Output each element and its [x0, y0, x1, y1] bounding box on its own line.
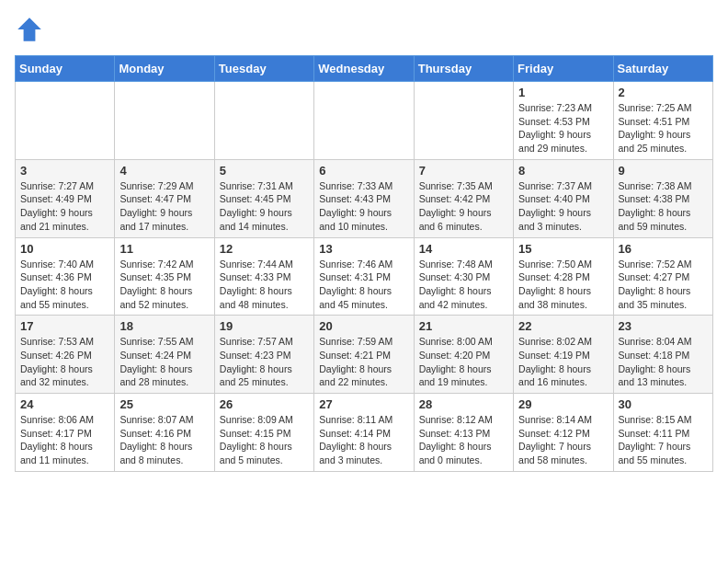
day-info: Sunrise: 8:09 AM Sunset: 4:15 PM Dayligh…	[220, 413, 309, 467]
day-info: Sunrise: 7:53 AM Sunset: 4:26 PM Dayligh…	[20, 335, 109, 389]
day-number: 16	[619, 242, 708, 256]
calendar-cell: 3Sunrise: 7:27 AM Sunset: 4:49 PM Daylig…	[16, 159, 115, 237]
calendar-cell: 12Sunrise: 7:44 AM Sunset: 4:33 PM Dayli…	[214, 237, 313, 316]
calendar-cell: 14Sunrise: 7:48 AM Sunset: 4:30 PM Dayli…	[414, 237, 513, 316]
day-number: 13	[319, 242, 408, 256]
day-number: 23	[619, 319, 708, 333]
day-info: Sunrise: 8:00 AM Sunset: 4:20 PM Dayligh…	[419, 335, 508, 389]
calendar-cell: 26Sunrise: 8:09 AM Sunset: 4:15 PM Dayli…	[214, 394, 313, 472]
calendar-cell: 24Sunrise: 8:06 AM Sunset: 4:17 PM Dayli…	[16, 394, 115, 472]
calendar-cell: 30Sunrise: 8:15 AM Sunset: 4:11 PM Dayli…	[613, 394, 712, 472]
calendar-cell: 20Sunrise: 7:59 AM Sunset: 4:21 PM Dayli…	[314, 316, 414, 394]
calendar-cell: 5Sunrise: 7:31 AM Sunset: 4:45 PM Daylig…	[214, 159, 313, 237]
day-number: 2	[619, 86, 708, 99]
day-info: Sunrise: 7:40 AM Sunset: 4:36 PM Dayligh…	[20, 258, 109, 312]
calendar-cell: 6Sunrise: 7:33 AM Sunset: 4:43 PM Daylig…	[314, 159, 414, 237]
header	[15, 15, 713, 44]
calendar-cell: 15Sunrise: 7:50 AM Sunset: 4:28 PM Dayli…	[514, 237, 613, 316]
day-info: Sunrise: 8:12 AM Sunset: 4:13 PM Dayligh…	[419, 413, 508, 467]
day-info: Sunrise: 8:06 AM Sunset: 4:17 PM Dayligh…	[20, 413, 109, 467]
calendar-cell: 1Sunrise: 7:23 AM Sunset: 4:53 PM Daylig…	[514, 82, 613, 160]
day-number: 6	[319, 164, 408, 178]
calendar-cell	[214, 82, 313, 160]
logo	[15, 15, 48, 44]
day-info: Sunrise: 7:42 AM Sunset: 4:35 PM Dayligh…	[119, 258, 209, 312]
day-number: 19	[220, 319, 309, 333]
day-number: 9	[619, 164, 708, 178]
calendar-cell: 28Sunrise: 8:12 AM Sunset: 4:13 PM Dayli…	[414, 394, 513, 472]
day-header-tuesday: Tuesday	[214, 56, 313, 82]
day-number: 18	[119, 319, 209, 333]
day-number: 20	[319, 319, 408, 333]
calendar-header-row: SundayMondayTuesdayWednesdayThursdayFrid…	[16, 56, 713, 82]
day-number: 10	[20, 242, 109, 256]
day-number: 15	[518, 242, 608, 256]
day-number: 8	[518, 164, 608, 178]
day-info: Sunrise: 7:59 AM Sunset: 4:21 PM Dayligh…	[319, 335, 408, 389]
day-header-sunday: Sunday	[16, 56, 115, 82]
calendar-cell	[414, 82, 513, 160]
day-info: Sunrise: 7:35 AM Sunset: 4:42 PM Dayligh…	[419, 179, 508, 234]
day-info: Sunrise: 8:04 AM Sunset: 4:18 PM Dayligh…	[619, 335, 708, 389]
calendar-cell: 18Sunrise: 7:55 AM Sunset: 4:24 PM Dayli…	[115, 316, 214, 394]
calendar-cell: 21Sunrise: 8:00 AM Sunset: 4:20 PM Dayli…	[414, 316, 513, 394]
calendar-cell: 4Sunrise: 7:29 AM Sunset: 4:47 PM Daylig…	[115, 159, 214, 237]
day-info: Sunrise: 7:29 AM Sunset: 4:47 PM Dayligh…	[119, 179, 209, 234]
day-number: 12	[220, 242, 309, 256]
day-info: Sunrise: 7:33 AM Sunset: 4:43 PM Dayligh…	[319, 179, 408, 234]
calendar-cell: 29Sunrise: 8:14 AM Sunset: 4:12 PM Dayli…	[514, 394, 613, 472]
day-number: 4	[119, 164, 209, 178]
day-info: Sunrise: 8:15 AM Sunset: 4:11 PM Dayligh…	[619, 413, 708, 467]
day-info: Sunrise: 7:25 AM Sunset: 4:51 PM Dayligh…	[619, 101, 708, 155]
day-info: Sunrise: 7:48 AM Sunset: 4:30 PM Dayligh…	[419, 258, 508, 312]
calendar-cell	[115, 82, 214, 160]
day-number: 26	[220, 397, 309, 411]
day-number: 21	[419, 319, 508, 333]
day-header-saturday: Saturday	[613, 56, 712, 82]
day-number: 7	[419, 164, 508, 178]
day-info: Sunrise: 7:37 AM Sunset: 4:40 PM Dayligh…	[518, 179, 608, 234]
calendar-cell: 17Sunrise: 7:53 AM Sunset: 4:26 PM Dayli…	[16, 316, 115, 394]
calendar-week-row: 24Sunrise: 8:06 AM Sunset: 4:17 PM Dayli…	[16, 394, 713, 472]
calendar: SundayMondayTuesdayWednesdayThursdayFrid…	[15, 55, 713, 472]
day-info: Sunrise: 7:38 AM Sunset: 4:38 PM Dayligh…	[619, 179, 708, 234]
day-number: 14	[419, 242, 508, 256]
day-number: 17	[20, 319, 109, 333]
calendar-cell: 11Sunrise: 7:42 AM Sunset: 4:35 PM Dayli…	[115, 237, 214, 316]
calendar-cell: 16Sunrise: 7:52 AM Sunset: 4:27 PM Dayli…	[613, 237, 712, 316]
day-info: Sunrise: 7:44 AM Sunset: 4:33 PM Dayligh…	[220, 258, 309, 312]
day-info: Sunrise: 7:57 AM Sunset: 4:23 PM Dayligh…	[220, 335, 309, 389]
day-info: Sunrise: 7:46 AM Sunset: 4:31 PM Dayligh…	[319, 258, 408, 312]
calendar-week-row: 10Sunrise: 7:40 AM Sunset: 4:36 PM Dayli…	[16, 237, 713, 316]
calendar-week-row: 1Sunrise: 7:23 AM Sunset: 4:53 PM Daylig…	[16, 82, 713, 160]
day-info: Sunrise: 7:31 AM Sunset: 4:45 PM Dayligh…	[220, 179, 309, 234]
svg-marker-0	[17, 17, 41, 41]
day-number: 11	[119, 242, 209, 256]
day-number: 1	[518, 86, 608, 99]
day-header-friday: Friday	[514, 56, 613, 82]
day-info: Sunrise: 8:02 AM Sunset: 4:19 PM Dayligh…	[518, 335, 608, 389]
calendar-cell: 10Sunrise: 7:40 AM Sunset: 4:36 PM Dayli…	[16, 237, 115, 316]
calendar-week-row: 17Sunrise: 7:53 AM Sunset: 4:26 PM Dayli…	[16, 316, 713, 394]
day-header-wednesday: Wednesday	[314, 56, 414, 82]
day-number: 5	[220, 164, 309, 178]
calendar-cell: 13Sunrise: 7:46 AM Sunset: 4:31 PM Dayli…	[314, 237, 414, 316]
day-info: Sunrise: 8:14 AM Sunset: 4:12 PM Dayligh…	[518, 413, 608, 467]
day-number: 22	[518, 319, 608, 333]
day-info: Sunrise: 7:50 AM Sunset: 4:28 PM Dayligh…	[518, 258, 608, 312]
day-number: 25	[119, 397, 209, 411]
calendar-cell: 7Sunrise: 7:35 AM Sunset: 4:42 PM Daylig…	[414, 159, 513, 237]
calendar-cell: 23Sunrise: 8:04 AM Sunset: 4:18 PM Dayli…	[613, 316, 712, 394]
day-number: 24	[20, 397, 109, 411]
day-number: 3	[20, 164, 109, 178]
logo-icon	[15, 15, 44, 44]
calendar-cell: 8Sunrise: 7:37 AM Sunset: 4:40 PM Daylig…	[514, 159, 613, 237]
day-number: 27	[319, 397, 408, 411]
calendar-cell: 9Sunrise: 7:38 AM Sunset: 4:38 PM Daylig…	[613, 159, 712, 237]
calendar-cell: 2Sunrise: 7:25 AM Sunset: 4:51 PM Daylig…	[613, 82, 712, 160]
calendar-cell: 22Sunrise: 8:02 AM Sunset: 4:19 PM Dayli…	[514, 316, 613, 394]
calendar-week-row: 3Sunrise: 7:27 AM Sunset: 4:49 PM Daylig…	[16, 159, 713, 237]
day-number: 28	[419, 397, 508, 411]
day-number: 30	[619, 397, 708, 411]
day-info: Sunrise: 8:07 AM Sunset: 4:16 PM Dayligh…	[119, 413, 209, 467]
